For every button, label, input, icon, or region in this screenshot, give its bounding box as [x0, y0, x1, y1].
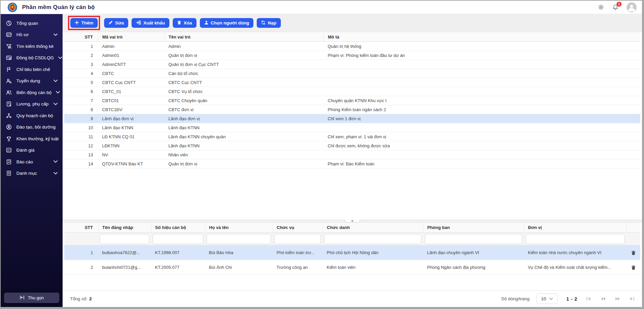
rows-per-page-select[interactable]: 10: [536, 294, 558, 304]
last-page-button[interactable]: [630, 297, 635, 301]
filter-input-code[interactable]: [153, 234, 203, 244]
sidebar-item-quy-hoach-can-bo[interactable]: Quy hoạch cán bộ: [1, 110, 63, 122]
user-icon: [204, 20, 209, 26]
settings-gear-icon[interactable]: [598, 4, 604, 10]
sidebar-item-danh-muc[interactable]: Danh mục: [1, 168, 63, 179]
table-row[interactable]: 2buianhchi0721@g...KT.2005.077Bùi Ánh Ch…: [64, 260, 640, 275]
sidebar-item-bao-cao[interactable]: Báo cáo: [1, 156, 63, 168]
table-row[interactable]: 10Lãnh đạo KTNNLãnh đạo KTNN: [64, 123, 640, 132]
table-row[interactable]: 8CBTC1ĐVCBTC đơn vịPhòng Kiểm toán ngân …: [64, 105, 640, 114]
sidebar-item-danh-gia[interactable]: Đánh giá: [1, 145, 63, 156]
next-page-button[interactable]: [615, 297, 621, 301]
button-label: Chọn người dùng: [211, 20, 249, 25]
sidebar-item-dao-tao-boi-duong[interactable]: Đào tạo, bồi dưỡng: [1, 122, 63, 133]
xoa-button[interactable]: Xóa: [173, 18, 196, 28]
sidebar-item-dong-bo-csdlqg[interactable]: Đồng bộ CSDLQG: [1, 52, 63, 64]
table-row[interactable]: 2Admin01Quản trị đơn vịPhạm vi: Phòng ki…: [64, 51, 640, 60]
roles-cell-code: NV: [98, 150, 164, 159]
filter-input-position[interactable]: [274, 234, 321, 244]
filter-input-fullname[interactable]: [207, 234, 271, 244]
chevron-down-icon: [54, 160, 58, 163]
roles-cell-desc: Phòng Kiểm toán ngân sách 2: [324, 105, 640, 114]
table-row[interactable]: 6CBTC_01CBTC Vụ tổ chức: [64, 87, 640, 96]
table-row[interactable]: 12LĐKTNNLãnh đạo KTNNChỉ được xem, không…: [64, 141, 640, 150]
roles-cell-code: Lãnh đạo đơn vị: [98, 114, 164, 123]
users-cell-code: KT.1998.007: [151, 245, 205, 260]
checklist-icon: [6, 147, 12, 153]
roles-cell-stt: 3: [64, 60, 98, 69]
collapse-sidebar-button[interactable]: Thu gọn: [4, 293, 59, 303]
button-label: Thêm: [81, 20, 93, 25]
roles-cell-desc: Quản trị hệ thống: [324, 42, 640, 51]
notifications-bell-icon[interactable]: 1: [612, 4, 619, 10]
prev-page-button[interactable]: [600, 297, 606, 301]
roles-cell-desc: Phạm vi: Phòng kiểm toán đầu tư dự án: [324, 51, 640, 60]
delete-row-button[interactable]: [631, 265, 636, 270]
pager: [586, 297, 635, 301]
users-header-row: STTTên đăng nhậpSố hiệu cán bộHọ và tênC…: [64, 223, 640, 233]
table-row[interactable]: 13NVNhân viên: [64, 150, 640, 159]
chevron-down-icon: [54, 103, 58, 105]
filter-input-unit[interactable]: [526, 234, 625, 244]
sidebar-item-label: Biến động cán bộ: [16, 90, 52, 95]
roles-cell-name: Cán bộ tổ chức: [164, 69, 324, 78]
roles-col-desc: Mô tả: [324, 32, 640, 42]
table-row[interactable]: 1buibaohoa7622@...KT.1998.007Bùi Bảo Hòa…: [64, 245, 640, 260]
chon-nguoi-dung-button[interactable]: Chọn người dùng: [200, 18, 254, 28]
sidebar-item-label: Đánh giá: [16, 148, 34, 153]
sidebar-item-chi-tieu-bien-che[interactable]: Chỉ tiêu biên chế: [1, 64, 63, 75]
filter-cell-code: [151, 233, 205, 245]
table-row[interactable]: 7CBTC01CBTC Chuyên quảnChuyên quản KTNN …: [64, 96, 640, 105]
user-avatar[interactable]: [627, 2, 637, 12]
sidebar-item-bien-dong-can-bo[interactable]: Biến động cán bộ: [1, 87, 63, 98]
roles-cell-stt: 5: [64, 78, 98, 87]
them-button[interactable]: Thêm: [70, 18, 98, 28]
splitter-collapse-handle[interactable]: [345, 220, 360, 223]
delete-row-button[interactable]: [631, 250, 636, 255]
filter-cell-stt: [64, 233, 98, 245]
filter-input-username[interactable]: [100, 234, 149, 244]
roles-cell-name: Lãnh đạo KTNN chuyên quản: [164, 132, 324, 141]
sidebar-item-ho-so[interactable]: Hồ sơ: [1, 29, 63, 41]
table-row[interactable]: 11LĐ KTNN CQ 01Lãnh đạo KTNN chuyên quản…: [64, 132, 640, 141]
chevron-down-icon: [56, 91, 60, 94]
first-page-button[interactable]: [586, 297, 591, 301]
sidebar-item-khen-thuong-ky-luat[interactable]: Khen thưởng, kỷ luật: [1, 133, 63, 145]
chevron-down-icon: [54, 33, 58, 36]
xuat-khau-button[interactable]: Xuất khẩu: [132, 18, 169, 28]
roles-cell-name: Quản trị đơn vị: [164, 51, 324, 60]
sua-button[interactable]: Sửa: [104, 18, 128, 28]
filter-cell-title: [323, 233, 423, 245]
roles-cell-stt: 4: [64, 69, 98, 78]
notification-badge: 1: [617, 2, 622, 7]
table-row[interactable]: 4CBTCCán bộ tổ chức: [64, 69, 640, 78]
filter-cell-username: [98, 233, 151, 245]
main-layout: Tổng quanHồ sơTìm kiếm thống kêĐồng bộ C…: [1, 14, 642, 307]
table-row[interactable]: 5CBTC Cục CNTTCBTC Cục CNTT: [64, 78, 640, 87]
users-col-fullname: Họ và tên: [205, 223, 272, 233]
filter-input-title[interactable]: [324, 234, 421, 244]
roles-cell-name: Admin: [164, 42, 324, 51]
table-row[interactable]: 3AdminCNTTQuản trị đơn vị Cục CNTT: [64, 60, 640, 69]
sidebar-item-tong-quan[interactable]: Tổng quan: [1, 17, 63, 29]
sidebar-item-tuyen-dung[interactable]: Tuyển dụng: [1, 75, 63, 87]
sidebar-item-luong-phu-cap[interactable]: Lương, phụ cấp: [1, 98, 63, 110]
roles-cell-desc: [324, 87, 640, 96]
trash-icon: [177, 20, 181, 26]
nap-button[interactable]: Nạp: [257, 18, 281, 28]
sidebar-item-tim-kiem-thong-ke[interactable]: Tìm kiếm thống kê: [1, 41, 63, 52]
table-row[interactable]: 14QTDV-KTNN Báo KTQuản trị đơn vịPhạm vi…: [64, 159, 640, 168]
users-col-stt: STT: [64, 223, 98, 233]
roles-cell-stt: 10: [64, 123, 98, 132]
list-icon: [6, 170, 12, 176]
roles-cell-code: CBTC: [98, 69, 164, 78]
panel-splitter[interactable]: [63, 220, 642, 222]
filter-cell-unit: [524, 233, 626, 245]
users-cell-unit: Kiểm toán nhà nước chuyên ngành VI: [524, 245, 626, 260]
filter-input-department[interactable]: [425, 234, 522, 244]
roles-cell-code: LĐKTNN: [98, 141, 164, 150]
table-row[interactable]: 9Lãnh đạo đơn vịLãnh đạo đơn vịChỉ xem 1…: [64, 114, 640, 123]
total-value: 2: [89, 296, 92, 301]
table-row[interactable]: 1AdminAdminQuản trị hệ thống: [64, 42, 640, 51]
database-sync-icon: [6, 55, 12, 61]
